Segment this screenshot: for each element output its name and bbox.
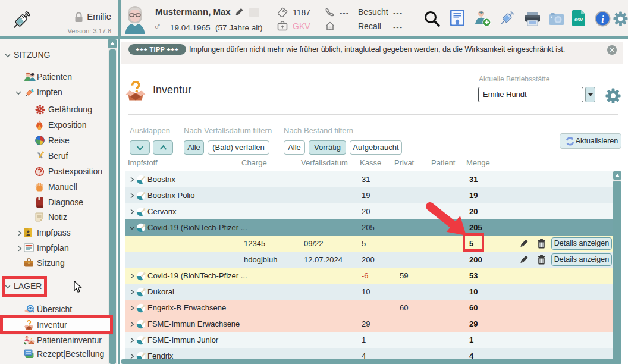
work-icon [35,151,46,160]
kasse-value: 1 [362,332,366,348]
topbar-divider [118,0,121,36]
details-anzeigen-button[interactable]: Details anzeigen [551,253,612,266]
column-header-privat[interactable]: Privat [394,158,414,167]
sidebar-scroll-up-button[interactable] [108,39,117,48]
stock-filter-vorr-tig-button[interactable]: Vorrätig [309,140,346,155]
chevron-right-icon[interactable] [129,177,135,183]
vaccine-name: FSME-Immun Erwachsene [147,316,240,332]
trash-icon[interactable] [537,239,546,249]
collapse-all-button[interactable] [130,140,150,155]
gender-male-icon: ♂ [153,20,162,33]
column-header-charge[interactable]: Charge [241,158,267,167]
column-header-kasse[interactable]: Kasse [360,158,381,167]
column-header-impfstoff[interactable]: Impfstoff [128,158,158,167]
batch-charge: hdogjbluh [244,252,277,268]
trash-icon[interactable] [537,255,546,265]
tip-close-icon[interactable]: ✕ [607,45,617,55]
gear-icon[interactable] [613,11,628,26]
edit-pencil-icon[interactable] [519,239,529,249]
edit-pencil-icon[interactable] [519,255,529,265]
chevron-right-icon[interactable] [129,209,135,215]
table-row-boostrix[interactable]: Boostrix3131 [125,171,613,187]
chevron-right-icon[interactable] [129,353,135,359]
vaccine-vial-icon [136,319,146,329]
site-dropdown-button[interactable] [585,87,595,102]
table-row-charge-12345[interactable]: 1234509/2255Details anzeigen [125,236,613,252]
kasse-value: -6 [362,268,369,284]
table-scrollbar-thumb[interactable] [613,181,621,364]
app-logo-syringe-icon [8,8,33,34]
chevron-down-icon [5,52,11,58]
settings-gear-icon[interactable] [605,88,621,103]
stock-filter-aufgebraucht-button[interactable]: Aufgebraucht [350,140,402,155]
vaccine-name: Boostrix [147,171,175,187]
plan-icon [24,243,34,252]
chevron-right-icon[interactable] [129,193,135,199]
column-header-patient[interactable]: Patient [431,158,455,167]
stock-filter-alle-button[interactable]: Alle [284,140,305,155]
lock-icon [74,12,84,23]
details-anzeigen-button[interactable]: Details anzeigen [551,237,612,250]
expiry-filter-bald-verfallen-button[interactable]: (Bald) verfallen [208,140,269,155]
sidebar-item-sitzung[interactable]: SITZUNG [5,47,50,62]
table-row-covid-19-biontech-pfizer-[interactable]: Covid-19 (BioNTech-Pfizer ...205205 [125,219,613,236]
stock-filter-label: Nach Bestand filtern [284,126,353,135]
column-header-verfallsdatum[interactable]: Verfallsdatum [301,158,348,167]
mouse-cursor [74,281,86,294]
expiry-filter-label: Nach Verfallsdatum filtern [184,126,272,135]
printer-icon[interactable] [524,11,541,27]
patient-avatar[interactable] [124,5,146,34]
privat-value: 59 [400,268,408,284]
syringe-blue-icon[interactable] [498,10,516,27]
search-icon[interactable] [423,10,440,27]
annotation-arrow [416,198,476,241]
chevron-right-icon[interactable] [129,289,135,295]
refresh-button[interactable]: Aktualisieren [560,133,621,149]
svg-text:i: i [601,14,604,24]
table-row-engerix-b-erwachsene[interactable]: Engerix-B Erwachsene6060 [125,300,613,316]
table-row-covid-19-biontech-pfizer-[interactable]: Covid-19 (BioNTech-Pfizer ...-65953 [125,268,613,284]
site-combobox[interactable]: Emilie Hundt [478,87,583,102]
camera-icon[interactable] [548,12,565,26]
chevron-right-icon[interactable] [129,273,135,279]
tip-text: Impfungen dürfen nicht mehr wie früher ü… [189,45,565,54]
chevron-down-icon[interactable] [129,225,135,231]
vaccine-vial-icon [136,207,146,216]
kasse-value: 10 [362,284,370,300]
expand-all-button[interactable] [153,140,173,155]
column-header-menge[interactable]: Menge [466,158,490,167]
table-row-dukoral[interactable]: Dukoral1010 [125,284,613,300]
insurance-type: GKV [293,21,310,31]
vaccine-vial-icon [136,335,146,345]
sidebar-main-divider [117,39,121,364]
expiry-filter-alle-button[interactable]: Alle [184,140,204,155]
kasse-value: 205 [362,219,375,236]
menge-value: 60 [469,300,478,316]
vaccine-name: Engerix-B Erwachsene [147,300,226,316]
table-row-boostrix-polio[interactable]: Boostrix Polio1919 [125,187,613,203]
chevron-right-icon[interactable] [129,321,135,327]
certificate-icon[interactable] [450,9,465,27]
person-add-icon[interactable] [474,10,491,27]
table-scroll-up-button[interactable] [613,171,621,180]
patient-number-tag-icon [278,7,289,17]
csv-icon[interactable]: csv [572,10,586,27]
chevron-down-icon [15,90,21,96]
phone-icon [325,7,335,17]
patient-birthdate: 19.04.1965 [170,23,211,32]
chevron-right-icon[interactable] [129,337,135,343]
main-content: +++ TIPP +++ Impfungen dürfen nicht mehr… [121,39,628,364]
table-row-fsme-immun-erwachsene[interactable]: FSME-Immun Erwachsene2929 [125,316,613,332]
table-horizontal-scrollbar[interactable] [121,359,621,364]
edit-patient-pencil-icon[interactable] [234,7,244,17]
header-divider [128,114,618,115]
batch-expiry: 09/22 [304,236,324,252]
svg-text:csv: csv [574,17,583,23]
table-row-fsme-immun-junior[interactable]: FSME-Immun Junior11 [125,332,613,348]
info-icon[interactable]: i [595,11,611,27]
table-row-charge-hdogjbluh[interactable]: hdogjbluh12.07.2024200200Details anzeige… [125,252,613,268]
table-row-cervarix[interactable]: Cervarix2020 [125,203,613,219]
kasse-value: 5 [362,236,366,252]
refresh-icon [565,136,575,146]
chevron-right-icon[interactable] [129,305,135,311]
